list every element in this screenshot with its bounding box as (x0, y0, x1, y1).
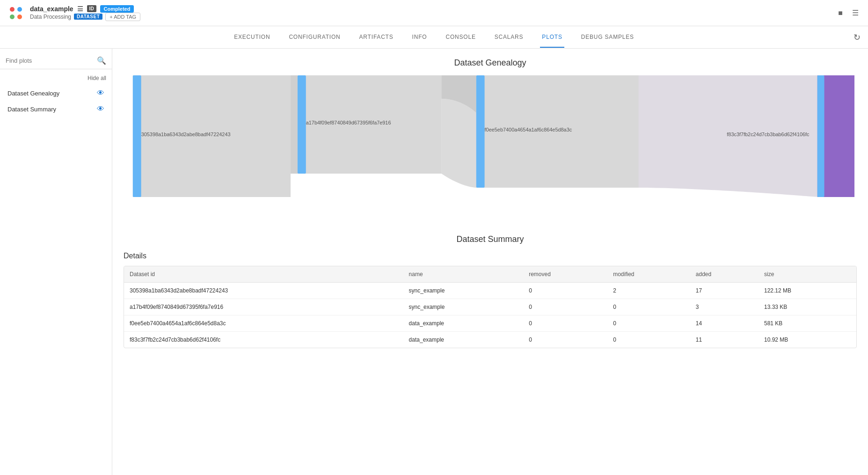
app-info: data_example ☰ ID Completed Data Process… (30, 5, 140, 21)
search-icon[interactable]: 🔍 (97, 56, 106, 65)
panel-icon[interactable]: ■ (836, 7, 845, 19)
table-cell-3: 2 (607, 283, 690, 299)
table-row: f83c3f7fb2c24d7cb3bab6d62f4106fcdata_exa… (124, 332, 856, 348)
summary-title: Dataset Summary (124, 225, 857, 252)
table-cell-3: 0 (607, 332, 690, 348)
summary-table: Dataset id name removed modified added s… (124, 266, 856, 348)
svg-text:305398a1ba6343d2abe8badf472242: 305398a1ba6343d2abe8badf47224243 (141, 132, 231, 137)
sidebar-item-summary[interactable]: Dataset Summary 👁 (0, 101, 112, 117)
table-cell-4: 11 (690, 332, 759, 348)
sankey-svg: 305398a1ba6343d2abe8badf47224243 a17b4f0… (124, 75, 857, 197)
table-cell-0: f0ee5eb7400a4654a1af6c864e5d8a3c (124, 315, 403, 332)
col-header-added: added (690, 266, 759, 283)
svg-text:f83c3f7fb2c24d7cb3bab6d62f4106: f83c3f7fb2c24d7cb3bab6d62f4106fc (727, 132, 810, 137)
svg-text:f0ee5eb7400a4654a1af6c864e5d8a: f0ee5eb7400a4654a1af6c864e5d8a3c (485, 127, 572, 132)
tab-configuration[interactable]: CONFIGURATION (287, 27, 342, 48)
table-cell-4: 3 (690, 299, 759, 315)
table-cell-3: 0 (607, 299, 690, 315)
svg-point-1 (17, 7, 22, 12)
status-badge: Completed (100, 5, 134, 13)
table-cell-1: data_example (403, 332, 524, 348)
col-header-name: name (403, 266, 524, 283)
table-cell-2: 0 (523, 315, 607, 332)
table-cell-5: 581 KB (759, 315, 856, 332)
genealogy-chart: 305398a1ba6343d2abe8badf47224243 a17b4f0… (124, 75, 857, 206)
add-tag-button[interactable]: + ADD TAG (105, 13, 140, 21)
summary-section: Dataset Summary Details Dataset id name … (112, 225, 868, 367)
table-cell-2: 0 (523, 332, 607, 348)
search-container: 🔍 (0, 54, 112, 69)
table-cell-5: 13.33 KB (759, 299, 856, 315)
table-cell-1: data_example (403, 315, 524, 332)
tab-artifacts[interactable]: ARTIFACTS (357, 27, 395, 48)
table-cell-1: sync_example (403, 299, 524, 315)
col-header-removed: removed (523, 266, 607, 283)
tabs-bar: EXECUTION CONFIGURATION ARTIFACTS INFO C… (0, 26, 868, 49)
sidebar-item-genealogy[interactable]: Dataset Genealogy 👁 (0, 85, 112, 101)
genealogy-section: Dataset Genealogy (112, 49, 868, 225)
table-cell-4: 17 (690, 283, 759, 299)
table-row: 305398a1ba6343d2abe8badf47224243sync_exa… (124, 283, 856, 299)
logo-icon (7, 5, 24, 22)
list-icon[interactable]: ☰ (77, 5, 83, 13)
table-cell-0: 305398a1ba6343d2abe8badf47224243 (124, 283, 403, 299)
col-header-modified: modified (607, 266, 690, 283)
header-left: data_example ☰ ID Completed Data Process… (7, 5, 140, 22)
tab-info[interactable]: INFO (410, 27, 429, 48)
table-cell-0: a17b4f09ef8740849d67395f6fa7e916 (124, 299, 403, 315)
tab-plots[interactable]: PLOTS (540, 27, 564, 48)
svg-text:a17b4f09ef8740849d67395f6fa7e9: a17b4f09ef8740849d67395f6fa7e916 (306, 120, 391, 125)
table-cell-4: 14 (690, 315, 759, 332)
search-input[interactable] (6, 57, 97, 64)
header: data_example ☰ ID Completed Data Process… (0, 0, 868, 26)
tab-execution[interactable]: EXECUTION (232, 27, 272, 48)
app-title: data_example ☰ ID Completed (30, 5, 140, 13)
table-cell-1: sync_example (403, 283, 524, 299)
eye-icon-summary[interactable]: 👁 (97, 105, 104, 113)
hide-all-button[interactable]: Hide all (88, 75, 106, 81)
main-layout: 🔍 Hide all Dataset Genealogy 👁 Dataset S… (0, 49, 868, 475)
menu-icon[interactable]: ☰ (850, 7, 861, 19)
refresh-button[interactable]: ↻ (853, 32, 861, 43)
eye-icon-genealogy[interactable]: 👁 (97, 89, 104, 97)
dataset-badge: DATASET (74, 14, 102, 20)
svg-rect-10 (476, 75, 485, 188)
svg-point-2 (10, 15, 15, 19)
tab-debug-samples[interactable]: DEBUG SAMPLES (579, 27, 636, 48)
id-icon[interactable]: ID (87, 5, 96, 12)
svg-point-3 (17, 15, 22, 19)
header-icons: ■ ☰ (836, 7, 861, 19)
app-subtitle: Data Processing DATASET + ADD TAG (30, 13, 140, 21)
sidebar: 🔍 Hide all Dataset Genealogy 👁 Dataset S… (0, 49, 112, 475)
app-name: data_example (30, 5, 73, 13)
table-cell-0: f83c3f7fb2c24d7cb3bab6d62f4106fc (124, 332, 403, 348)
table-cell-2: 0 (523, 299, 607, 315)
col-header-dataset-id: Dataset id (124, 266, 403, 283)
sidebar-item-genealogy-label: Dataset Genealogy (7, 90, 59, 97)
details-title: Details (124, 252, 857, 260)
tab-console[interactable]: CONSOLE (444, 27, 477, 48)
content-area: Dataset Genealogy (112, 49, 868, 475)
svg-rect-8 (133, 75, 141, 197)
summary-table-container: Dataset id name removed modified added s… (124, 266, 857, 348)
table-row: a17b4f09ef8740849d67395f6fa7e916sync_exa… (124, 299, 856, 315)
svg-rect-11 (817, 75, 824, 197)
sidebar-item-summary-label: Dataset Summary (7, 106, 56, 113)
table-row: f0ee5eb7400a4654a1af6c864e5d8a3cdata_exa… (124, 315, 856, 332)
col-header-size: size (759, 266, 856, 283)
table-cell-5: 122.12 MB (759, 283, 856, 299)
subtitle-text: Data Processing (30, 14, 71, 20)
table-cell-5: 10.92 MB (759, 332, 856, 348)
svg-point-0 (10, 7, 15, 12)
table-cell-3: 0 (607, 315, 690, 332)
table-cell-2: 0 (523, 283, 607, 299)
table-header-row: Dataset id name removed modified added s… (124, 266, 856, 283)
tab-scalars[interactable]: SCALARS (493, 27, 525, 48)
sidebar-header: Hide all (0, 73, 112, 85)
svg-rect-9 (298, 75, 306, 174)
genealogy-title: Dataset Genealogy (124, 49, 857, 75)
